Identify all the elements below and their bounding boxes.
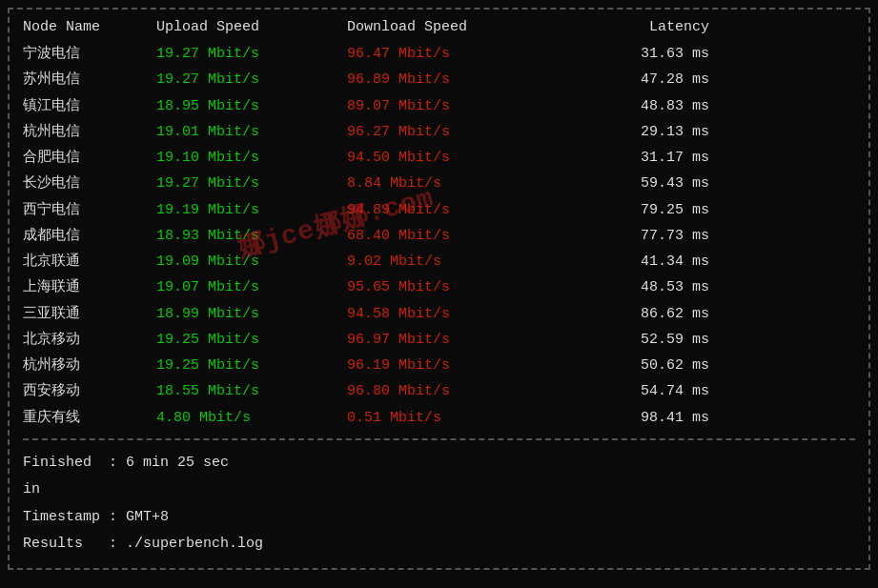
cell-latency: 48.53 ms <box>557 276 709 298</box>
cell-upload: 19.10 Mbit/s <box>156 147 347 169</box>
table-row: 上海联通19.07 Mbit/s95.65 Mbit/s48.53 ms <box>23 276 855 298</box>
cell-latency: 41.34 ms <box>557 251 709 273</box>
cell-upload: 19.25 Mbit/s <box>156 329 347 351</box>
cell-latency: 31.63 ms <box>557 43 709 65</box>
cell-upload: 19.25 Mbit/s <box>156 355 347 376</box>
table-row: 成都电信18.93 Mbit/s68.40 Mbit/s77.73 ms <box>23 225 855 247</box>
cell-node: 合肥电信 <box>23 147 156 169</box>
cell-upload: 19.01 Mbit/s <box>156 121 347 143</box>
footer-finished: Finished in : 6 min 25 sec <box>23 450 855 504</box>
results-value: : ./superbench.log <box>109 531 263 558</box>
cell-upload: 19.07 Mbit/s <box>156 276 347 298</box>
cell-latency: 29.13 ms <box>557 121 709 143</box>
cell-download: 96.27 Mbit/s <box>347 121 557 143</box>
cell-download: 0.51 Mbit/s <box>347 407 557 429</box>
table-row: 重庆有线4.80 Mbit/s0.51 Mbit/s98.41 ms <box>23 407 855 429</box>
cell-latency: 79.25 ms <box>557 199 709 221</box>
cell-node: 西宁电信 <box>23 199 156 221</box>
table-row: 合肥电信19.10 Mbit/s94.50 Mbit/s31.17 ms <box>23 147 855 169</box>
cell-latency: 50.62 ms <box>557 355 709 376</box>
cell-node: 苏州电信 <box>23 69 156 91</box>
cell-upload: 18.99 Mbit/s <box>156 303 347 325</box>
table-row: 杭州移动19.25 Mbit/s96.19 Mbit/s50.62 ms <box>23 355 855 376</box>
col-header-download: Download Speed <box>347 19 557 35</box>
cell-latency: 59.43 ms <box>557 172 709 194</box>
table-row: 西宁电信19.19 Mbit/s94.89 Mbit/s79.25 ms <box>23 199 855 221</box>
cell-upload: 19.19 Mbit/s <box>156 199 347 221</box>
main-container: 娜jce娜娜.com Node Name Upload Speed Downlo… <box>8 8 870 570</box>
cell-download: 94.89 Mbit/s <box>347 199 557 221</box>
cell-latency: 47.28 ms <box>557 69 709 91</box>
cell-node: 重庆有线 <box>23 407 156 429</box>
cell-node: 上海联通 <box>23 276 156 298</box>
footer: Finished in : 6 min 25 sec Timestamp : G… <box>23 450 855 558</box>
cell-node: 北京联通 <box>23 251 156 273</box>
cell-download: 8.84 Mbit/s <box>347 172 557 194</box>
cell-node: 杭州电信 <box>23 121 156 143</box>
cell-upload: 18.55 Mbit/s <box>156 380 347 402</box>
cell-download: 96.47 Mbit/s <box>347 43 557 65</box>
col-header-node: Node Name <box>23 19 156 35</box>
results-label: Results <box>23 531 109 558</box>
cell-latency: 48.83 ms <box>557 95 709 117</box>
footer-results: Results : ./superbench.log <box>23 531 855 558</box>
cell-download: 96.89 Mbit/s <box>347 69 557 91</box>
cell-download: 68.40 Mbit/s <box>347 225 557 247</box>
cell-node: 成都电信 <box>23 225 156 247</box>
cell-node: 宁波电信 <box>23 43 156 65</box>
cell-node: 西安移动 <box>23 380 156 402</box>
finished-label: Finished in <box>23 450 109 504</box>
table-row: 杭州电信19.01 Mbit/s96.27 Mbit/s29.13 ms <box>23 121 855 143</box>
cell-download: 96.80 Mbit/s <box>347 380 557 402</box>
cell-node: 三亚联通 <box>23 303 156 325</box>
cell-download: 9.02 Mbit/s <box>347 251 557 273</box>
cell-latency: 54.74 ms <box>557 380 709 402</box>
cell-latency: 98.41 ms <box>557 407 709 429</box>
cell-node: 长沙电信 <box>23 172 156 194</box>
table-header: Node Name Upload Speed Download Speed La… <box>23 19 855 35</box>
cell-upload: 19.27 Mbit/s <box>156 172 347 194</box>
divider-bottom <box>23 438 855 440</box>
cell-upload: 19.27 Mbit/s <box>156 69 347 91</box>
cell-download: 96.97 Mbit/s <box>347 329 557 351</box>
cell-download: 94.50 Mbit/s <box>347 147 557 169</box>
table-row: 镇江电信18.95 Mbit/s89.07 Mbit/s48.83 ms <box>23 95 855 117</box>
finished-value: : 6 min 25 sec <box>109 450 229 504</box>
cell-download: 89.07 Mbit/s <box>347 95 557 117</box>
cell-download: 94.58 Mbit/s <box>347 303 557 325</box>
timestamp-label: Timestamp <box>23 504 109 532</box>
cell-upload: 19.09 Mbit/s <box>156 251 347 273</box>
table-row: 北京联通19.09 Mbit/s9.02 Mbit/s41.34 ms <box>23 251 855 273</box>
cell-latency: 52.59 ms <box>557 329 709 351</box>
cell-download: 95.65 Mbit/s <box>347 276 557 298</box>
table-row: 宁波电信19.27 Mbit/s96.47 Mbit/s31.63 ms <box>23 43 855 65</box>
col-header-latency: Latency <box>557 19 709 35</box>
table-row: 三亚联通18.99 Mbit/s94.58 Mbit/s86.62 ms <box>23 303 855 325</box>
table-row: 北京移动19.25 Mbit/s96.97 Mbit/s52.59 ms <box>23 329 855 351</box>
table-row: 长沙电信19.27 Mbit/s8.84 Mbit/s59.43 ms <box>23 172 855 194</box>
timestamp-value: : GMT+8 <box>109 504 169 532</box>
cell-latency: 77.73 ms <box>557 225 709 247</box>
cell-upload: 19.27 Mbit/s <box>156 43 347 65</box>
cell-node: 北京移动 <box>23 329 156 351</box>
cell-upload: 18.95 Mbit/s <box>156 95 347 117</box>
cell-node: 镇江电信 <box>23 95 156 117</box>
table-row: 苏州电信19.27 Mbit/s96.89 Mbit/s47.28 ms <box>23 69 855 91</box>
cell-node: 杭州移动 <box>23 355 156 376</box>
cell-download: 96.19 Mbit/s <box>347 355 557 376</box>
cell-latency: 86.62 ms <box>557 303 709 325</box>
cell-upload: 18.93 Mbit/s <box>156 225 347 247</box>
cell-upload: 4.80 Mbit/s <box>156 407 347 429</box>
footer-timestamp: Timestamp : GMT+8 <box>23 504 855 532</box>
table-row: 西安移动18.55 Mbit/s96.80 Mbit/s54.74 ms <box>23 380 855 402</box>
table-body: 宁波电信19.27 Mbit/s96.47 Mbit/s31.63 ms苏州电信… <box>23 43 855 429</box>
cell-latency: 31.17 ms <box>557 147 709 169</box>
col-header-upload: Upload Speed <box>156 19 347 35</box>
